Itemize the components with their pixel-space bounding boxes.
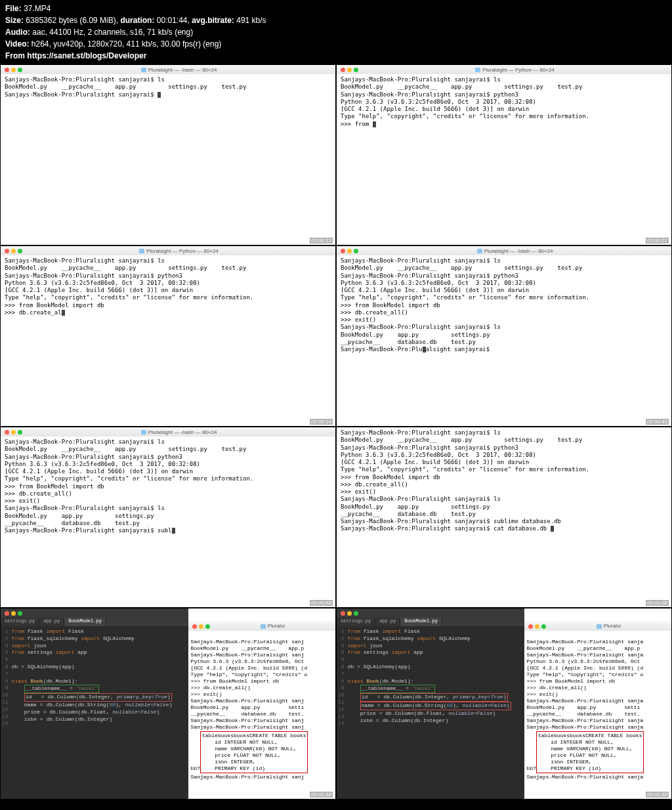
- terminal-output[interactable]: Sanjays-MacBook-Pro:Pluralsight sanjayra…: [337, 74, 671, 245]
- line-numbers: 1 2 3 4 5 6 7 8 9 10 11 12 13 14: [2, 628, 12, 727]
- code-editor[interactable]: settings.py app.py BookModel.py 1 2 3 4 …: [337, 608, 524, 799]
- terminal-output[interactable]: Sanjays-MacBook-Pro:Pluralsight sanjayra…: [337, 427, 671, 607]
- maximize-icon[interactable]: [18, 68, 22, 72]
- frame-8: settings.py app.py BookModel.py 1 2 3 4 …: [336, 608, 672, 799]
- terminal-output[interactable]: Sanjays-MacBook-Pro:Pluralsight sanjayra…: [1, 437, 335, 607]
- tab-bookmodel[interactable]: BookModel.py: [64, 618, 106, 626]
- frame-4: Pluralsight — -bash — 80×24 Sanjays-MacB…: [336, 245, 672, 427]
- frame-6: Sanjays-MacBook-Pro:Pluralsight sanjayra…: [336, 427, 672, 608]
- titlebar: Pluralsight — Python — 80×24: [337, 65, 671, 74]
- terminal-output[interactable]: Sanjays-MacBook-Pro:Pluralsight sanjayra…: [1, 255, 335, 426]
- terminal-right[interactable]: Pluralsi Sanjays-MacBook-Pro:Pluralsight…: [524, 608, 671, 799]
- folder-icon: [141, 68, 146, 72]
- file-info-header: File: 37.MP4 Size: 6385362 bytes (6.09 M…: [0, 0, 672, 64]
- frame-7: settings.py app.py BookModel.py 1 2 3 4 …: [0, 608, 336, 799]
- timestamp: 00:00:13: [310, 238, 333, 244]
- tab-settings[interactable]: settings.py: [1, 618, 39, 626]
- terminal-output[interactable]: Sanjays-MacBook-Pro:Pluralsight sanjayra…: [1, 74, 335, 245]
- frame-2: Pluralsight — Python — 80×24 Sanjays-Mac…: [336, 64, 672, 245]
- minimize-icon[interactable]: [11, 68, 16, 72]
- frame-1: Pluralsight — -bash — 80×24 Sanjays-MacB…: [0, 64, 336, 245]
- close-icon[interactable]: [5, 68, 9, 72]
- tab-app[interactable]: app.py: [39, 618, 64, 626]
- code-content[interactable]: from flask import Flask from flask_sqlal…: [12, 628, 173, 727]
- frame-5: Pluralsight — -bash — 80×24 Sanjays-MacB…: [0, 427, 336, 608]
- titlebar: Pluralsight — -bash — 80×24: [1, 65, 335, 74]
- editor-tabs: settings.py app.py BookModel.py: [1, 618, 188, 626]
- frame-3: Pluralsight — Python — 80×24 Sanjays-Mac…: [0, 245, 336, 427]
- terminal-right[interactable]: Pluralsi Sanjays-MacBook-Pro:Pluralsight…: [188, 608, 335, 799]
- terminal-output[interactable]: Sanjays-MacBook-Pro:Pluralsight sanjayra…: [337, 255, 671, 426]
- code-editor[interactable]: settings.py app.py BookModel.py 1 2 3 4 …: [1, 608, 188, 799]
